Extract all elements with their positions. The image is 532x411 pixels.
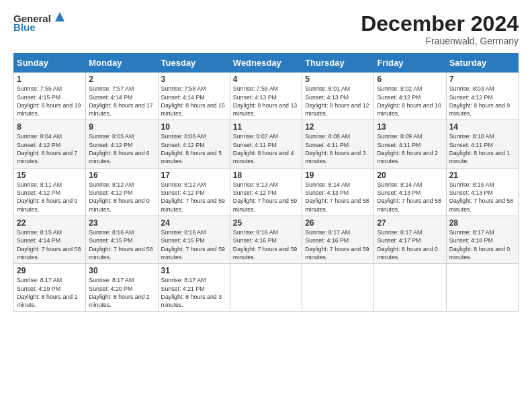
day-number: 7 (449, 75, 515, 84)
day-number: 23 (89, 218, 154, 228)
calendar-week-row: 22Sunrise: 8:15 AMSunset: 4:14 PMDayligh… (14, 216, 519, 263)
day-number: 22 (17, 218, 83, 228)
day-number: 31 (161, 266, 227, 275)
day-info: Sunrise: 8:16 AMSunset: 4:15 PMDaylight:… (161, 229, 225, 261)
calendar-cell: 26Sunrise: 8:17 AMSunset: 4:16 PMDayligh… (302, 216, 374, 263)
weekday-header-row: SundayMondayTuesdayWednesdayThursdayFrid… (14, 54, 519, 73)
day-number: 8 (17, 122, 83, 132)
calendar-cell: 10Sunrise: 8:06 AMSunset: 4:12 PMDayligh… (158, 120, 230, 168)
weekday-header: Friday (374, 54, 446, 73)
calendar-week-row: 8Sunrise: 8:04 AMSunset: 4:12 PMDaylight… (14, 120, 519, 168)
calendar-week-row: 1Sunrise: 7:55 AMSunset: 4:15 PMDaylight… (14, 73, 519, 120)
day-number: 9 (89, 122, 154, 132)
day-info: Sunrise: 8:17 AMSunset: 4:20 PMDaylight:… (89, 277, 149, 308)
day-number: 4 (233, 75, 299, 84)
svg-marker-0 (55, 12, 64, 21)
day-number: 2 (89, 75, 154, 84)
calendar-cell: 6Sunrise: 8:02 AMSunset: 4:12 PMDaylight… (374, 73, 446, 120)
calendar-cell (302, 264, 374, 312)
day-number: 27 (377, 218, 443, 228)
calendar-cell: 5Sunrise: 8:01 AMSunset: 4:13 PMDaylight… (302, 73, 374, 120)
day-info: Sunrise: 8:13 AMSunset: 4:12 PMDaylight:… (233, 181, 297, 213)
calendar-cell: 31Sunrise: 8:17 AMSunset: 4:21 PMDayligh… (158, 264, 230, 312)
calendar-cell: 16Sunrise: 8:12 AMSunset: 4:12 PMDayligh… (86, 168, 158, 216)
day-info: Sunrise: 8:16 AMSunset: 4:16 PMDaylight:… (233, 229, 297, 261)
day-number: 15 (17, 171, 83, 180)
day-number: 5 (305, 75, 371, 84)
calendar-cell: 3Sunrise: 7:58 AMSunset: 4:14 PMDaylight… (158, 73, 230, 120)
calendar-cell: 19Sunrise: 8:14 AMSunset: 4:13 PMDayligh… (302, 168, 374, 216)
calendar-cell: 24Sunrise: 8:16 AMSunset: 4:15 PMDayligh… (158, 216, 230, 263)
day-info: Sunrise: 8:02 AMSunset: 4:12 PMDaylight:… (377, 85, 441, 117)
day-info: Sunrise: 8:17 AMSunset: 4:18 PMDaylight:… (449, 229, 510, 261)
day-number: 13 (377, 122, 443, 132)
calendar-cell: 8Sunrise: 8:04 AMSunset: 4:12 PMDaylight… (14, 120, 86, 168)
day-number: 6 (377, 75, 443, 84)
calendar-cell: 20Sunrise: 8:14 AMSunset: 4:13 PMDayligh… (374, 168, 446, 216)
calendar-cell: 22Sunrise: 8:15 AMSunset: 4:14 PMDayligh… (14, 216, 86, 263)
day-info: Sunrise: 8:10 AMSunset: 4:11 PMDaylight:… (449, 133, 510, 165)
calendar-cell: 27Sunrise: 8:17 AMSunset: 4:17 PMDayligh… (374, 216, 446, 263)
calendar-cell: 7Sunrise: 8:03 AMSunset: 4:12 PMDaylight… (446, 73, 518, 120)
day-info: Sunrise: 8:04 AMSunset: 4:12 PMDaylight:… (17, 133, 77, 165)
weekday-header: Saturday (446, 54, 518, 73)
calendar-cell (446, 264, 518, 312)
logo: General Blue (13, 12, 67, 33)
day-number: 17 (161, 171, 227, 180)
logo-icon (52, 9, 67, 24)
calendar-week-row: 15Sunrise: 8:11 AMSunset: 4:12 PMDayligh… (14, 168, 519, 216)
day-number: 3 (161, 75, 227, 84)
month-title: December 2024 (361, 12, 519, 36)
calendar-cell: 30Sunrise: 8:17 AMSunset: 4:20 PMDayligh… (86, 264, 158, 312)
weekday-header: Thursday (302, 54, 374, 73)
calendar-cell: 14Sunrise: 8:10 AMSunset: 4:11 PMDayligh… (446, 120, 518, 168)
calendar-cell: 21Sunrise: 8:15 AMSunset: 4:13 PMDayligh… (446, 168, 518, 216)
day-number: 11 (233, 122, 299, 132)
day-info: Sunrise: 8:08 AMSunset: 4:11 PMDaylight:… (305, 133, 365, 165)
day-number: 14 (449, 122, 515, 132)
day-info: Sunrise: 8:14 AMSunset: 4:13 PMDaylight:… (377, 181, 441, 213)
weekday-header: Monday (86, 54, 158, 73)
calendar-cell: 28Sunrise: 8:17 AMSunset: 4:18 PMDayligh… (446, 216, 518, 263)
day-info: Sunrise: 8:12 AMSunset: 4:12 PMDaylight:… (161, 181, 225, 213)
calendar-cell: 17Sunrise: 8:12 AMSunset: 4:12 PMDayligh… (158, 168, 230, 216)
day-info: Sunrise: 7:57 AMSunset: 4:14 PMDaylight:… (89, 85, 152, 117)
calendar-cell: 13Sunrise: 8:09 AMSunset: 4:11 PMDayligh… (374, 120, 446, 168)
day-number: 29 (17, 266, 83, 275)
calendar-cell: 1Sunrise: 7:55 AMSunset: 4:15 PMDaylight… (14, 73, 86, 120)
day-info: Sunrise: 8:17 AMSunset: 4:21 PMDaylight:… (161, 277, 222, 308)
calendar-cell: 25Sunrise: 8:16 AMSunset: 4:16 PMDayligh… (230, 216, 302, 263)
day-number: 19 (305, 171, 371, 180)
day-info: Sunrise: 8:11 AMSunset: 4:12 PMDaylight:… (17, 181, 77, 213)
day-number: 26 (305, 218, 371, 228)
day-info: Sunrise: 8:09 AMSunset: 4:11 PMDaylight:… (377, 133, 437, 165)
day-info: Sunrise: 8:15 AMSunset: 4:14 PMDaylight:… (17, 229, 81, 261)
calendar-cell: 9Sunrise: 8:05 AMSunset: 4:12 PMDaylight… (86, 120, 158, 168)
calendar-cell (230, 264, 302, 312)
day-number: 10 (161, 122, 227, 132)
day-number: 16 (89, 171, 154, 180)
calendar-cell: 15Sunrise: 8:11 AMSunset: 4:12 PMDayligh… (14, 168, 86, 216)
day-info: Sunrise: 8:17 AMSunset: 4:16 PMDaylight:… (305, 229, 369, 261)
calendar-cell: 2Sunrise: 7:57 AMSunset: 4:14 PMDaylight… (86, 73, 158, 120)
day-number: 25 (233, 218, 299, 228)
location: Frauenwald, Germany (361, 36, 519, 46)
day-info: Sunrise: 7:55 AMSunset: 4:15 PMDaylight:… (17, 85, 81, 117)
day-info: Sunrise: 7:58 AMSunset: 4:14 PMDaylight:… (161, 85, 225, 117)
calendar-week-row: 29Sunrise: 8:17 AMSunset: 4:19 PMDayligh… (14, 264, 519, 312)
calendar-cell (374, 264, 446, 312)
calendar-cell: 29Sunrise: 8:17 AMSunset: 4:19 PMDayligh… (14, 264, 86, 312)
calendar-cell: 18Sunrise: 8:13 AMSunset: 4:12 PMDayligh… (230, 168, 302, 216)
calendar-cell: 23Sunrise: 8:16 AMSunset: 4:15 PMDayligh… (86, 216, 158, 263)
day-number: 30 (89, 266, 154, 275)
day-info: Sunrise: 8:12 AMSunset: 4:12 PMDaylight:… (89, 181, 149, 213)
day-number: 24 (161, 218, 227, 228)
day-number: 1 (17, 75, 83, 84)
day-number: 20 (377, 171, 443, 180)
day-number: 18 (233, 171, 299, 180)
calendar-cell: 12Sunrise: 8:08 AMSunset: 4:11 PMDayligh… (302, 120, 374, 168)
title-block: December 2024 Frauenwald, Germany (361, 12, 519, 46)
day-info: Sunrise: 8:15 AMSunset: 4:13 PMDaylight:… (449, 181, 513, 213)
header: General Blue December 2024 Frauenwald, G… (13, 12, 519, 46)
day-info: Sunrise: 8:14 AMSunset: 4:13 PMDaylight:… (305, 181, 369, 213)
